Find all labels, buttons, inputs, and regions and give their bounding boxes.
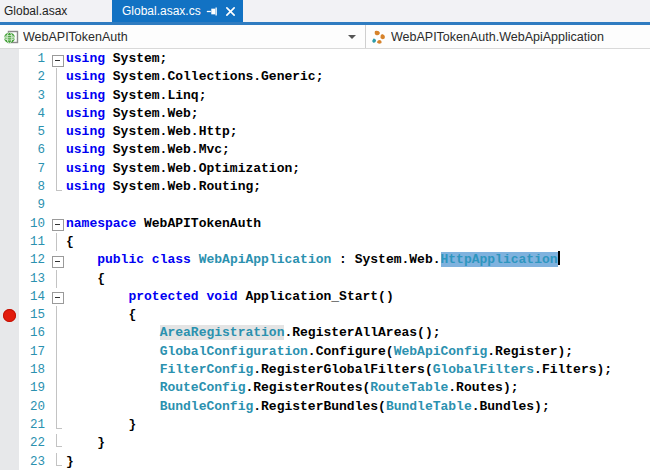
code-text[interactable]: FilterConfig.RegisterGlobalFilters(Globa… [66, 361, 612, 379]
class-icon [371, 29, 387, 45]
code-line: 22 } [0, 434, 650, 452]
line-number: 11 [0, 233, 49, 251]
outline-guide [49, 123, 66, 141]
line-number: 6 [0, 141, 49, 159]
code-text[interactable]: BundleConfig.RegisterBundles(BundleTable… [66, 398, 550, 416]
outline-guide [49, 87, 66, 105]
code-text[interactable]: using System; [66, 50, 167, 68]
pin-icon[interactable] [206, 5, 219, 18]
code-text[interactable]: using System.Web.Optimization; [66, 160, 300, 178]
line-number: 17 [0, 343, 49, 361]
outline-guide [49, 343, 66, 361]
code-line: 3using System.Linq; [0, 87, 650, 105]
code-line: 14 protected void Application_Start() [0, 288, 650, 306]
code-line: 1using System; [0, 50, 650, 68]
vs-editor-window: Global.asax Global.asax.cs [0, 0, 650, 470]
outline-guide [49, 361, 66, 379]
code-text[interactable]: RouteConfig.RegisterRoutes(RouteTable.Ro… [66, 379, 519, 397]
outline-guide [49, 434, 66, 452]
code-text[interactable]: using System.Web; [66, 105, 199, 123]
line-number: 7 [0, 160, 49, 178]
outline-guide [49, 105, 66, 123]
outline-guide [49, 306, 66, 324]
tab-label: Global.asax.cs [122, 0, 201, 22]
code-text[interactable]: using System.Linq; [66, 87, 206, 105]
code-text[interactable]: public class WebApiApplication : System.… [66, 251, 560, 269]
code-line: 17 GlobalConfiguration.Configure(WebApiC… [0, 343, 650, 361]
outline-guide [49, 398, 66, 416]
document-tab-bar: Global.asax Global.asax.cs [0, 0, 650, 22]
outline-guide [49, 233, 66, 251]
outline-guide [49, 379, 66, 397]
navigation-bar: WebAPITokenAuth WebAPITokenAuth.WebApiAp… [0, 25, 650, 49]
code-text[interactable]: } [66, 416, 136, 434]
outline-guide [49, 160, 66, 178]
tab-global-asax-cs[interactable]: Global.asax.cs [112, 0, 243, 22]
line-number: 5 [0, 123, 49, 141]
code-line: 6using System.Web.Mvc; [0, 141, 650, 159]
code-line: 5using System.Web.Http; [0, 123, 650, 141]
line-number: 20 [0, 398, 49, 416]
line-number: 14 [0, 288, 49, 306]
code-text[interactable]: { [66, 233, 74, 251]
line-number: 9 [0, 196, 49, 214]
outline-guide [49, 68, 66, 86]
code-line: 2using System.Collections.Generic; [0, 68, 650, 86]
tab-label: Global.asax [4, 4, 67, 18]
line-number: 2 [0, 68, 49, 86]
type-dropdown[interactable]: WebAPITokenAuth.WebApiApplication [367, 25, 650, 48]
outline-guide [49, 416, 66, 434]
outline-guide [49, 196, 66, 214]
line-number: 23 [0, 453, 49, 470]
tab-global-asax[interactable]: Global.asax [0, 0, 108, 22]
line-number: 15 [0, 306, 49, 324]
code-text[interactable]: using System.Web.Routing; [66, 178, 261, 196]
code-editor: 1using System;2using System.Collections.… [0, 49, 650, 470]
project-dropdown[interactable]: WebAPITokenAuth [0, 25, 366, 48]
code-line: 13 { [0, 270, 650, 288]
code-text[interactable]: using System.Web.Mvc; [66, 141, 230, 159]
collapse-toggle-icon[interactable] [49, 288, 66, 306]
project-icon [3, 29, 19, 45]
text-caret [558, 251, 560, 265]
code-line: 8using System.Web.Routing; [0, 178, 650, 196]
collapse-toggle-icon[interactable] [49, 215, 66, 233]
line-number: 18 [0, 361, 49, 379]
code-text[interactable]: using System.Web.Http; [66, 123, 238, 141]
outline-guide [49, 453, 66, 470]
line-number: 22 [0, 434, 49, 452]
line-number: 8 [0, 178, 49, 196]
code-line: 12 public class WebApiApplication : Syst… [0, 251, 650, 269]
close-icon[interactable] [224, 5, 237, 18]
line-number: 12 [0, 251, 49, 269]
line-number: 13 [0, 270, 49, 288]
code-text[interactable]: using System.Collections.Generic; [66, 68, 323, 86]
project-name: WebAPITokenAuth [23, 30, 348, 44]
collapse-toggle-icon[interactable] [49, 50, 66, 68]
chevron-down-icon [348, 35, 356, 39]
code-text[interactable]: GlobalConfiguration.Configure(WebApiConf… [66, 343, 573, 361]
code-line: 21 } [0, 416, 650, 434]
code-text[interactable]: } [66, 453, 74, 470]
code-line: 19 RouteConfig.RegisterRoutes(RouteTable… [0, 379, 650, 397]
line-number: 3 [0, 87, 49, 105]
code-line: 9 [0, 196, 650, 214]
line-number: 19 [0, 379, 49, 397]
code-text[interactable]: namespace WebAPITokenAuth [66, 215, 261, 233]
code-text[interactable]: protected void Application_Start() [66, 288, 394, 306]
code-line: 20 BundleConfig.RegisterBundles(BundleTa… [0, 398, 650, 416]
line-number: 16 [0, 324, 49, 342]
code-text[interactable]: { [66, 306, 136, 324]
outline-guide [49, 141, 66, 159]
code-line: 16 AreaRegistration.RegisterAllAreas(); [0, 324, 650, 342]
code-lines: 1using System;2using System.Collections.… [0, 50, 650, 470]
outline-guide [49, 324, 66, 342]
collapse-toggle-icon[interactable] [49, 251, 66, 269]
type-name: WebAPITokenAuth.WebApiApplication [391, 30, 650, 44]
code-text[interactable]: } [66, 434, 105, 452]
code-text[interactable]: AreaRegistration.RegisterAllAreas(); [66, 324, 440, 342]
outline-guide [49, 270, 66, 288]
code-text[interactable]: { [66, 270, 105, 288]
code-line: 10namespace WebAPITokenAuth [0, 215, 650, 233]
outline-guide [49, 178, 66, 196]
